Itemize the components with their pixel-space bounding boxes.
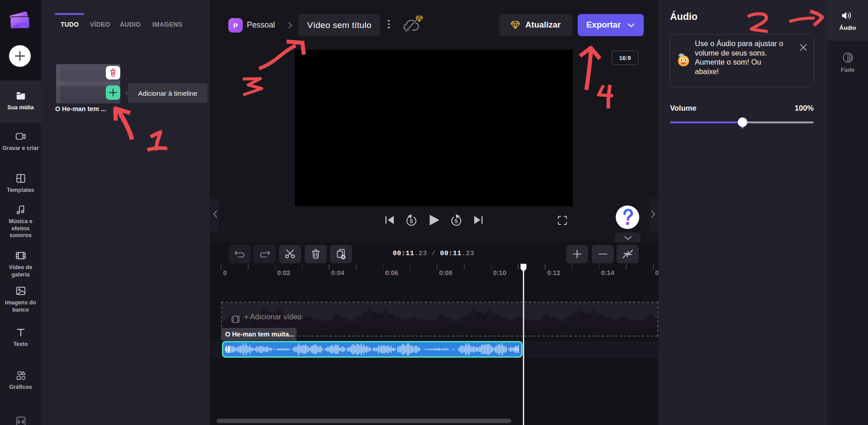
svg-text:5: 5	[455, 218, 458, 224]
svg-text:5: 5	[410, 218, 413, 224]
